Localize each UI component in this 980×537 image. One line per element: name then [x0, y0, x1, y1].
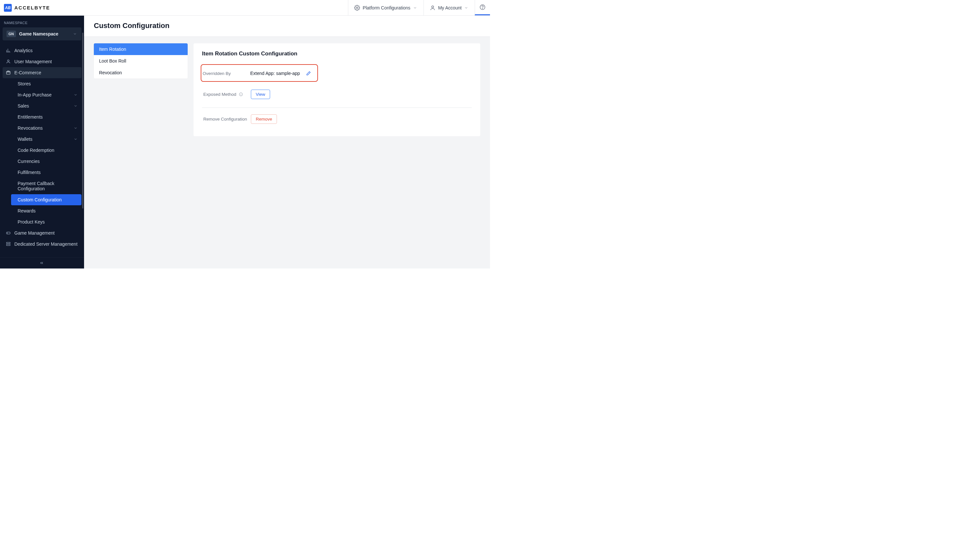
edit-icon[interactable] — [306, 71, 311, 76]
ecommerce-submenu: Stores In-App Purchase Sales Entitlement… — [3, 78, 81, 228]
sidebar-item-dedicated-server-management[interactable]: Dedicated Server Management — [3, 239, 81, 250]
sidebar-item-label: Game Management — [14, 230, 55, 236]
sidebar-item-label: Entitlements — [18, 115, 43, 120]
sidebar-item-ecommerce[interactable]: E-Commerce — [3, 67, 81, 78]
my-account-menu[interactable]: My Account — [423, 0, 475, 15]
content-body: Item Rotation Loot Box Roll Revocation I… — [84, 37, 490, 143]
sidebar-item-label: E-Commerce — [14, 70, 41, 75]
chevron-double-left-icon — [40, 261, 45, 266]
help-button[interactable] — [475, 0, 490, 15]
chevron-down-icon — [464, 6, 469, 10]
sidebar-item-sales[interactable]: Sales — [11, 100, 81, 112]
svg-rect-5 — [6, 72, 10, 74]
sidebar-item-label: Payment Callback Configuration — [18, 181, 78, 191]
sidebar-item-label: In-App Purchase — [18, 92, 51, 97]
sidebar-item-label: User Management — [14, 59, 52, 64]
main: Custom Configuration Item Rotation Loot … — [84, 16, 490, 269]
sidebar-item-label: Code Redemption — [18, 148, 54, 153]
page-header: Custom Configuration — [84, 16, 490, 37]
sidebar-item-code-redemption[interactable]: Code Redemption — [11, 145, 81, 156]
user-icon — [430, 5, 436, 11]
chevron-down-icon — [74, 92, 78, 97]
gear-icon — [354, 5, 360, 11]
sidebar-item-in-app-purchase[interactable]: In-App Purchase — [11, 89, 81, 100]
store-icon — [6, 70, 11, 75]
platform-configurations-label: Platform Configurations — [363, 5, 410, 10]
exposed-method-label: Exposed Method — [202, 92, 251, 97]
svg-point-1 — [432, 6, 434, 8]
sidebar-item-rewards[interactable]: Rewards — [11, 205, 81, 217]
svg-rect-7 — [6, 242, 10, 244]
svg-point-3 — [482, 8, 482, 8]
help-icon — [480, 4, 485, 10]
svg-point-4 — [8, 60, 9, 62]
platform-configurations-menu[interactable]: Platform Configurations — [348, 0, 423, 15]
brand-text: ACCELBYTE — [14, 5, 50, 10]
my-account-label: My Account — [438, 5, 461, 10]
sidebar-item-label: Product Keys — [18, 219, 45, 225]
sidebar-item-stores[interactable]: Stores — [11, 78, 81, 89]
tab-revocation[interactable]: Revocation — [94, 67, 188, 78]
sidebar-item-revocations[interactable]: Revocations — [11, 123, 81, 134]
sidebar-item-label: Stores — [18, 81, 30, 86]
svg-rect-6 — [6, 232, 10, 234]
chevron-down-icon — [74, 126, 78, 130]
collapse-sidebar-button[interactable] — [0, 257, 84, 269]
tab-loot-box-roll[interactable]: Loot Box Roll — [94, 55, 188, 67]
exposed-method-row: Exposed Method View — [202, 86, 472, 108]
sidebar-item-label: Sales — [18, 103, 29, 108]
sidebar-item-analytics[interactable]: Analytics — [3, 45, 81, 56]
sidebar-item-product-keys[interactable]: Product Keys — [11, 217, 81, 228]
chart-icon — [6, 48, 11, 53]
sidebar-item-wallets[interactable]: Wallets — [11, 134, 81, 145]
sidebar-item-label: Custom Configuration — [18, 197, 62, 202]
server-icon — [6, 241, 11, 247]
sidebar-item-payment-callback-configuration[interactable]: Payment Callback Configuration — [11, 178, 81, 194]
scrollbar[interactable] — [82, 33, 83, 209]
sidebar-item-game-management[interactable]: Game Management — [3, 228, 81, 239]
svg-point-0 — [356, 7, 358, 8]
overridden-by-highlight: Overridden By Extend App: sample-app — [201, 64, 318, 82]
namespace-picker[interactable]: GN Game Namespace — [3, 27, 81, 40]
view-button[interactable]: View — [251, 89, 270, 99]
sidebar-item-label: Rewards — [18, 208, 35, 214]
namespace-section-label: NAMESPACE — [3, 19, 81, 27]
sidebar-item-label: Wallets — [18, 137, 32, 142]
config-card: Item Rotation Custom Configuration Overr… — [194, 43, 480, 136]
info-icon[interactable] — [239, 92, 243, 97]
chevron-down-icon — [74, 104, 78, 108]
sidebar: NAMESPACE GN Game Namespace Analytics Us… — [0, 16, 84, 269]
sidebar-item-custom-configuration[interactable]: Custom Configuration — [11, 194, 81, 205]
topbar-right: Platform Configurations My Account — [348, 0, 490, 15]
overridden-by-label: Overridden By — [201, 71, 250, 76]
sidebar-item-entitlements[interactable]: Entitlements — [11, 112, 81, 123]
card-title: Item Rotation Custom Configuration — [202, 51, 472, 57]
sidebar-item-label: Revocations — [18, 126, 43, 131]
brand: AB ACCELBYTE — [4, 4, 50, 12]
sidebar-item-user-management[interactable]: User Management — [3, 56, 81, 67]
namespace-name: Game Namespace — [19, 31, 70, 37]
remove-configuration-label: Remove Configuration — [202, 117, 251, 121]
sidebar-item-label: Currencies — [18, 159, 40, 164]
sidebar-item-label: Fulfillments — [18, 170, 41, 175]
chevron-down-icon — [73, 32, 78, 36]
chevron-down-icon — [413, 6, 418, 10]
overridden-by-value: Extend App: sample-app — [250, 71, 300, 76]
config-tabs: Item Rotation Loot Box Roll Revocation — [94, 43, 188, 78]
sidebar-item-fulfillments[interactable]: Fulfillments — [11, 167, 81, 178]
user-icon — [6, 59, 11, 64]
gamepad-icon — [6, 230, 11, 236]
tab-item-rotation[interactable]: Item Rotation — [94, 43, 188, 55]
page-title: Custom Configuration — [94, 22, 480, 30]
namespace-badge: GN — [6, 30, 16, 37]
topbar: AB ACCELBYTE Platform Configurations My … — [0, 0, 490, 16]
sidebar-item-label: Dedicated Server Management — [14, 241, 78, 247]
svg-rect-8 — [6, 244, 10, 246]
sidebar-item-currencies[interactable]: Currencies — [11, 156, 81, 167]
brand-logo: AB — [4, 4, 12, 12]
sidebar-item-label: Analytics — [14, 48, 33, 53]
remove-button[interactable]: Remove — [251, 115, 277, 124]
remove-configuration-row: Remove Configuration Remove — [202, 111, 472, 127]
chevron-down-icon — [74, 137, 78, 142]
